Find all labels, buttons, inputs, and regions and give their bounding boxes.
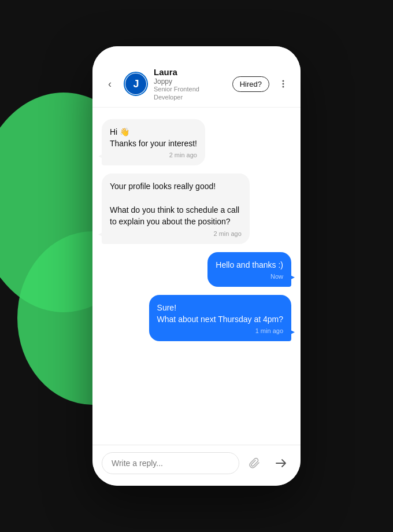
message-outgoing-1: Hello and thanks :) Now [207, 252, 291, 287]
message-time-4: 1 min ago [157, 327, 283, 334]
phone-shell: ‹ J Laura Joppy Senior Frontend Develope… [92, 46, 301, 486]
message-text-4: Sure!What about next Thursday at 4pm? [157, 302, 283, 326]
svg-point-1 [283, 83, 284, 85]
back-button[interactable]: ‹ [102, 76, 118, 92]
contact-role: Senior Frontend Developer [154, 86, 227, 101]
chat-header: ‹ J Laura Joppy Senior Frontend Develope… [92, 62, 301, 108]
avatar-letter: J [133, 78, 138, 90]
message-text-3: Hello and thanks :) [216, 259, 283, 271]
header-info: Laura Joppy Senior Frontend Developer [154, 67, 227, 101]
contact-company: Joppy [154, 77, 227, 86]
message-incoming-1: Hi 👋Thanks for your interest! 2 min ago [102, 119, 205, 166]
message-text-2: Your profile looks really good!What do y… [110, 180, 242, 227]
avatar-inner: J [125, 73, 146, 94]
svg-point-0 [283, 80, 284, 82]
hired-button[interactable]: Hired? [232, 76, 269, 92]
message-incoming-2: Your profile looks really good!What do y… [102, 173, 250, 243]
attach-button[interactable] [245, 453, 265, 473]
message-outgoing-2: Sure!What about next Thursday at 4pm? 1 … [149, 295, 291, 342]
send-button[interactable] [270, 453, 291, 474]
more-options-button[interactable] [275, 76, 291, 92]
avatar: J [124, 72, 148, 96]
message-time-3: Now [216, 273, 283, 280]
reply-input[interactable] [102, 452, 239, 474]
status-bar [92, 46, 301, 62]
contact-name: Laura [154, 67, 227, 77]
message-time-2: 2 min ago [110, 230, 242, 237]
messages-list: Hi 👋Thanks for your interest! 2 min ago … [92, 108, 301, 445]
message-text-1: Hi 👋Thanks for your interest! [110, 126, 197, 150]
message-time-1: 2 min ago [110, 152, 197, 158]
input-area [92, 445, 301, 486]
svg-point-2 [283, 86, 284, 88]
